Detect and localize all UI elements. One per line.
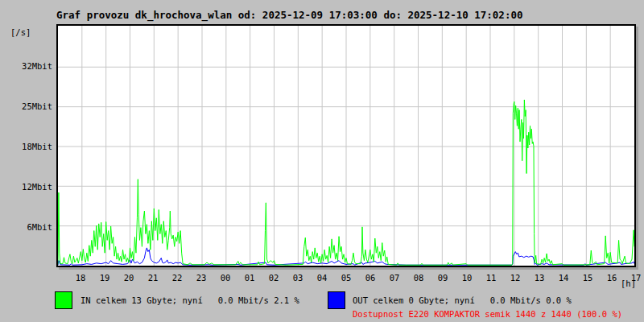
mrtg-traffic-graph-page: Graf provozu dk_hrochova_wlan od: 2025-1… <box>0 0 644 322</box>
y-axis-tick-mark <box>52 187 56 188</box>
x-axis-tick-label: 21 <box>141 273 165 283</box>
y-axis-tick-mark <box>52 66 56 67</box>
y-axis-tick-mark <box>52 147 56 147</box>
in-legend-label: IN celkem 13 Gbyte; nyní 0.0 Mbit/s 2.1 … <box>80 295 299 305</box>
x-axis-tick-label: 05 <box>334 273 358 283</box>
x-axis-tick-label: 04 <box>310 273 334 283</box>
chart-plot-area <box>56 24 636 267</box>
x-axis-tick-label: 08 <box>407 273 431 283</box>
x-axis-tick-label: 14 <box>551 273 576 283</box>
x-axis-tick-label: 15 <box>576 273 600 283</box>
traffic-chart <box>58 26 634 266</box>
x-axis-tick-label: 00 <box>213 273 237 283</box>
x-axis-tick-label: 11 <box>479 273 503 283</box>
y-axis-tick-mark <box>52 106 56 107</box>
x-axis-tick-label: 07 <box>382 273 407 283</box>
x-axis-tick-label: 10 <box>455 273 479 283</box>
x-axis-tick-label: 12 <box>503 273 527 283</box>
y-axis-unit-label: [/s] <box>10 27 31 37</box>
x-axis-tick-label: 22 <box>165 273 189 283</box>
y-axis-tick-label: 18Mbit <box>0 142 52 151</box>
y-axis-tick-label: 32Mbit <box>0 61 52 71</box>
out-legend-label: OUT celkem 0 Gbyte; nyní 0.0 Mbit/s 0.0 … <box>353 295 572 305</box>
x-axis-tick-label: 06 <box>358 273 382 283</box>
out-legend-swatch <box>328 291 345 309</box>
x-axis-tick-label: 23 <box>189 273 213 283</box>
y-axis-tick-mark <box>52 227 56 228</box>
y-axis-tick-label: 25Mbit <box>0 101 52 111</box>
x-axis-tick-label: 20 <box>117 273 141 283</box>
x-axis-tick-label: 18 <box>68 273 93 283</box>
page-title: Graf provozu dk_hrochova_wlan od: 2025-1… <box>56 9 522 21</box>
in-legend-swatch <box>55 291 72 309</box>
y-axis-tick-label: 12Mbit <box>0 182 52 192</box>
x-axis-tick-label: 09 <box>431 273 455 283</box>
x-axis-tick-label: 02 <box>262 273 286 283</box>
x-axis-unit-label: [h] <box>615 279 636 288</box>
y-axis-tick-label: 6Mbit <box>0 222 52 232</box>
availability-label: Dostupnost E220 KOMPAKTOR semik 1440 z 1… <box>353 309 622 319</box>
x-axis-tick-label: 01 <box>237 273 262 283</box>
x-axis-tick-label: 13 <box>527 273 551 283</box>
x-axis-tick-label: 03 <box>286 273 310 283</box>
x-axis-tick-label: 19 <box>93 273 117 283</box>
